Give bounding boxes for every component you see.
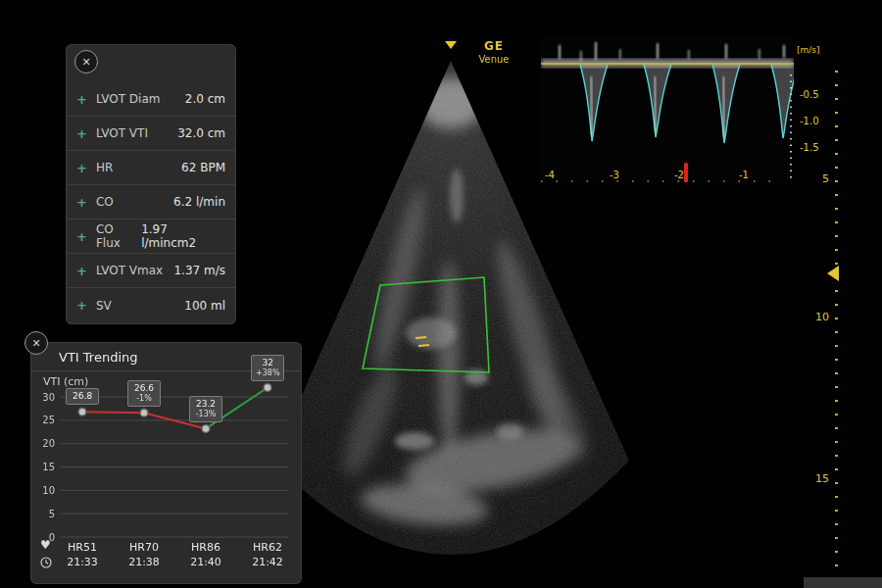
close-icon: ✕: [31, 337, 40, 350]
trend-x-label: HR62 21:42: [244, 541, 291, 570]
trend-delta: +38%: [256, 368, 279, 378]
depth-label: 10: [815, 311, 829, 323]
hr-label: HR86: [182, 541, 229, 556]
hr-label: HR70: [121, 541, 168, 556]
trend-x-label: HR70 21:38: [121, 541, 168, 570]
measurement-label: CO: [96, 195, 114, 209]
doppler-x-tick: -3: [610, 170, 619, 180]
svg-text:25: 25: [42, 415, 55, 425]
doppler-x-tick: -1: [739, 170, 749, 180]
trend-value-box: 26.6 -1%: [127, 380, 161, 406]
svg-text:20: 20: [42, 438, 55, 449]
trend-points: [78, 383, 271, 432]
measurement-label: HR: [96, 161, 113, 174]
measurements-panel: ✕ + LVOT Diam 2.0 cm + LVOT VTI 32.0 cm …: [67, 45, 235, 323]
measurement-value: 1.97 l/mincm2: [141, 222, 225, 250]
measurement-value: 62 BPM: [181, 161, 225, 174]
doppler-y-tick: -0.5: [800, 89, 819, 100]
measurements-list: + LVOT Diam 2.0 cm + LVOT VTI 32.0 cm + …: [67, 82, 235, 322]
trend-value: 23.2: [194, 399, 218, 410]
measurement-row[interactable]: + CO Flux 1.97 l/mincm2: [67, 220, 235, 254]
logo-line2: Venue: [468, 54, 519, 65]
svg-text:30: 30: [42, 392, 55, 403]
measurements-close-button[interactable]: ✕: [74, 50, 98, 74]
trend-title: VTI Trending: [59, 350, 137, 365]
measurement-label: SV: [96, 299, 112, 313]
trending-close-button[interactable]: ✕: [24, 331, 48, 355]
time-label: 21:33: [59, 556, 106, 570]
measurement-value: 2.0 cm: [185, 92, 225, 106]
doppler-spectrum: -4 -3 -2 -1: [541, 37, 794, 184]
bottom-right-bar: [804, 577, 882, 588]
measurement-row[interactable]: + HR 62 BPM: [67, 151, 235, 185]
measurement-row[interactable]: + CO 6.2 l/min: [67, 185, 235, 220]
plus-icon: +: [76, 92, 87, 107]
measurement-label: LVOT Diam: [96, 92, 161, 106]
trend-value-box: 23.2 -13%: [189, 396, 222, 421]
measurement-value: 32.0 cm: [177, 126, 225, 140]
plus-icon: +: [76, 126, 87, 141]
doppler-y-tick: -1.5: [800, 142, 819, 153]
plus-icon: +: [76, 264, 87, 278]
time-label: 21:40: [182, 556, 229, 570]
svg-text:10: 10: [42, 485, 55, 496]
measurement-row[interactable]: + LVOT VTI 32.0 cm: [67, 117, 235, 151]
depth-label: 15: [815, 472, 829, 485]
trend-value: 32: [256, 358, 279, 368]
doppler-x-tick: -2: [674, 170, 684, 180]
trend-segments: [82, 387, 268, 428]
measurement-label: LVOT VTI: [96, 126, 148, 140]
plus-icon: +: [76, 298, 87, 313]
measurement-value: 100 ml: [184, 299, 225, 313]
trend-delta: -13%: [194, 410, 218, 419]
depth-label: 5: [822, 172, 829, 185]
doppler-x-tick: -4: [545, 170, 555, 180]
trend-value: 26.6: [132, 383, 156, 394]
trend-delta: -1%: [132, 394, 156, 404]
plus-icon: +: [76, 161, 87, 175]
trend-value-box: 32 +38%: [251, 355, 284, 380]
close-icon: ✕: [81, 56, 90, 69]
measurement-row[interactable]: + LVOT Vmax 1.37 m/s: [67, 254, 235, 288]
trend-x-label: HR51 21:33: [59, 541, 106, 570]
doppler-y-tick: -1.0: [800, 116, 819, 126]
plus-icon: +: [76, 195, 87, 210]
svg-text:15: 15: [42, 462, 55, 472]
hr-label: HR62: [244, 541, 291, 556]
sweep-marker: [684, 163, 688, 182]
focus-marker[interactable]: [827, 266, 839, 281]
vti-trending-panel: ✕ VTI Trending VTI (cm) 051015202530 26.…: [31, 343, 301, 583]
measurement-value: 1.37 m/s: [173, 264, 225, 277]
measurement-label: CO Flux: [96, 222, 141, 250]
ultrasound-screen: GE Venue: [0, 0, 882, 588]
heart-icon: ♥: [40, 538, 51, 552]
clock-icon: [40, 557, 52, 568]
ge-logo: GE Venue: [468, 39, 519, 65]
plus-icon: +: [76, 229, 87, 244]
measurement-label: LVOT Vmax: [96, 264, 163, 277]
depth-ruler: [835, 71, 838, 572]
measurement-value: 6.2 l/min: [173, 195, 225, 209]
hr-label: HR51: [59, 541, 106, 556]
measurement-row[interactable]: + SV 100 ml: [67, 288, 235, 322]
doppler-unit-label: [m/s]: [797, 45, 820, 55]
time-label: 21:42: [244, 556, 291, 570]
trend-value-box: 26.8: [66, 388, 99, 405]
probe-orientation-icon: [445, 41, 457, 49]
measurement-row[interactable]: + LVOT Diam 2.0 cm: [67, 82, 235, 117]
trend-x-label: HR86 21:40: [182, 541, 229, 570]
logo-line1: GE: [468, 39, 519, 53]
trend-value: 26.8: [71, 391, 94, 402]
vti-trend-svg: 051015202530: [31, 382, 301, 549]
svg-text:5: 5: [49, 509, 55, 519]
time-label: 21:38: [121, 556, 168, 570]
